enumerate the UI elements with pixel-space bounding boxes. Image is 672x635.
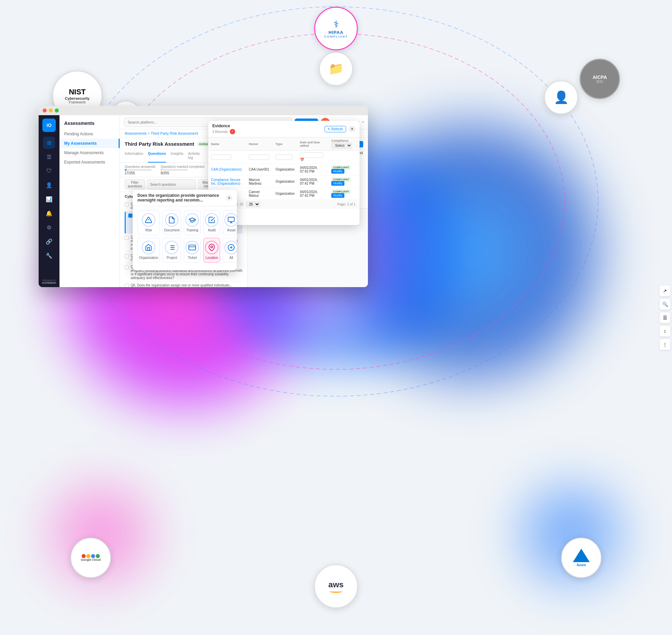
tab-information[interactable]: Information bbox=[125, 149, 143, 162]
sidebar-icon-users[interactable]: 👤 bbox=[43, 179, 55, 191]
col-owner: Owner bbox=[246, 137, 273, 151]
q1-checkbox[interactable] bbox=[125, 202, 129, 206]
filter-name-input[interactable] bbox=[211, 154, 231, 160]
filter-type-input[interactable] bbox=[275, 154, 292, 160]
google-cloud-logo bbox=[82, 554, 100, 558]
nav-item-manage[interactable]: Manage Assessments bbox=[60, 148, 120, 157]
evidence-row-1: CAA (Organizations) CAA User001 Organiza… bbox=[208, 163, 359, 176]
evidence-owner-1: CAA User001 bbox=[246, 163, 273, 176]
managed-footer: Managed by OSTENDIO bbox=[39, 276, 60, 287]
modal-header: Does the organization provide governance… bbox=[133, 190, 237, 206]
dropdown-icon[interactable]: ▾ bbox=[362, 120, 364, 124]
icon-item-organization[interactable]: Organization bbox=[138, 238, 160, 263]
sidebar-icon-dashboard[interactable]: ⊞ bbox=[43, 137, 55, 149]
icon-item-all[interactable]: All bbox=[223, 238, 237, 263]
q5-checkbox[interactable] bbox=[125, 265, 129, 269]
aicpa-sub: SOC bbox=[596, 80, 604, 84]
hipaa-badge: ⚕ HIPAA COMPLIANT bbox=[314, 7, 358, 50]
breadcrumb-parent[interactable]: Assessments bbox=[125, 131, 147, 135]
blob-bottom-left bbox=[17, 467, 185, 601]
icon-item-asset[interactable]: Asset bbox=[223, 210, 237, 235]
evidence-owner-3: Canner Matsui bbox=[246, 188, 273, 200]
close-button[interactable] bbox=[43, 108, 47, 112]
icon-grid: Risk Document Training Audit Asset bbox=[133, 206, 237, 267]
azure-text: Azure bbox=[576, 563, 586, 567]
q4-checkbox[interactable] bbox=[125, 254, 129, 258]
audit-icon-circle bbox=[205, 213, 218, 227]
filter-button[interactable]: Filter questions bbox=[125, 179, 145, 190]
stat-marked: Questions marked completed 8/255 bbox=[161, 165, 204, 175]
q2-checkbox[interactable] bbox=[128, 214, 132, 218]
error-indicator: ! bbox=[230, 129, 235, 134]
aws-logo: aws bbox=[328, 580, 343, 589]
icon-item-ticket[interactable]: Ticket bbox=[184, 238, 201, 263]
evidence-title-block: Evidence 3 Records ! bbox=[212, 124, 235, 134]
rs-icon-share[interactable]: ↗ bbox=[659, 285, 670, 296]
sidebar-icon-bell[interactable]: 🔔 bbox=[43, 207, 55, 219]
organization-icon-label: Organization bbox=[139, 256, 158, 260]
nist-brand: NIST bbox=[69, 88, 86, 96]
breadcrumb-child[interactable]: Third Party Risk Assessment bbox=[151, 131, 198, 135]
project-icon-circle bbox=[165, 241, 178, 254]
evidence-name-2[interactable]: Compliance Secure Inc. (Organizations) bbox=[211, 178, 240, 185]
icon-item-risk[interactable]: Risk bbox=[138, 210, 160, 235]
tab-questions[interactable]: Questions bbox=[148, 149, 166, 162]
hipaa-subtext: COMPLIANT bbox=[324, 35, 348, 38]
modify-button-2[interactable]: Modify bbox=[331, 181, 344, 186]
page-info: Page: 1 of 1 bbox=[337, 202, 356, 206]
training-icon-circle bbox=[186, 213, 199, 227]
asset-icon-circle bbox=[225, 213, 237, 227]
rs-icon-resize[interactable]: ↕ bbox=[659, 326, 670, 336]
organization-icon-circle bbox=[142, 241, 155, 254]
evidence-table-header-row: Name Owner Type Date and time added Comp… bbox=[208, 137, 359, 151]
sidebar-icon-list[interactable]: ☰ bbox=[43, 151, 55, 163]
refresh-button[interactable]: ↻ Refresh bbox=[324, 126, 346, 132]
evidence-close-button[interactable]: × bbox=[349, 126, 356, 132]
rs-icon-menu[interactable]: ☰ bbox=[659, 312, 670, 323]
filter-owner-input[interactable] bbox=[249, 154, 269, 160]
modify-button-3[interactable]: Modify bbox=[331, 193, 344, 198]
per-page-select[interactable]: 25 bbox=[246, 201, 260, 207]
icon-item-location[interactable]: Location bbox=[203, 238, 220, 263]
tab-insights[interactable]: Insights bbox=[171, 149, 184, 162]
svg-rect-4 bbox=[228, 217, 234, 222]
modal-header-actions: × bbox=[226, 195, 232, 201]
nav-item-exported[interactable]: Exported Assessments bbox=[60, 157, 120, 167]
sidebar-icon-tool[interactable]: 🔧 bbox=[43, 249, 55, 262]
icon-selector-modal: Does the organization provide governance… bbox=[133, 190, 237, 270]
evidence-name-1[interactable]: CAA (Organizations) bbox=[211, 168, 241, 171]
col-compliance: Compliance Select bbox=[329, 137, 359, 151]
sidebar-logo: IO bbox=[42, 118, 56, 132]
modal-close-button[interactable]: × bbox=[226, 195, 232, 201]
tab-activity[interactable]: Activity log bbox=[188, 149, 200, 162]
question-item-6[interactable]: Q6. Does the organization assign one or … bbox=[125, 282, 243, 287]
nav-item-pending[interactable]: Pending Actions bbox=[60, 129, 120, 139]
aws-smile bbox=[329, 590, 343, 593]
icon-item-audit[interactable]: Audit bbox=[203, 210, 220, 235]
icon-item-document[interactable]: Document bbox=[163, 210, 182, 235]
sidebar-icon-shield[interactable]: 🛡 bbox=[43, 165, 55, 177]
all-icon-circle bbox=[225, 241, 237, 254]
q6-checkbox[interactable] bbox=[125, 284, 129, 287]
right-sidebar: ↗ 🔍 ☰ ↕ ⋮ bbox=[659, 285, 670, 350]
maximize-button[interactable] bbox=[55, 108, 59, 112]
modify-button-1[interactable]: Modify bbox=[331, 169, 344, 174]
icon-item-project[interactable]: Project bbox=[163, 238, 182, 263]
gc-dot-blue bbox=[91, 554, 95, 558]
aicpa-badge: AICPA SOC bbox=[580, 59, 620, 99]
rs-icon-search[interactable]: 🔍 bbox=[659, 299, 670, 310]
filter-date-input[interactable] bbox=[300, 152, 323, 158]
risk-icon-circle bbox=[142, 213, 155, 227]
aws-badge: aws bbox=[314, 565, 358, 608]
minimize-button[interactable] bbox=[49, 108, 53, 112]
sidebar-icon-settings[interactable]: ⚙ bbox=[43, 221, 55, 233]
blob-bottom-right bbox=[487, 467, 655, 601]
question-search-input[interactable] bbox=[147, 179, 196, 190]
q3-checkbox[interactable] bbox=[125, 236, 129, 240]
rs-icon-more[interactable]: ⋮ bbox=[659, 339, 670, 350]
nav-item-my-assessments[interactable]: My Assessments bbox=[60, 139, 120, 148]
sidebar-icon-chart[interactable]: 📊 bbox=[43, 193, 55, 205]
sidebar-icon-link[interactable]: 🔗 bbox=[43, 235, 55, 247]
compliance-select-dropdown[interactable]: Select bbox=[331, 143, 352, 149]
icon-item-training[interactable]: Training bbox=[184, 210, 201, 235]
